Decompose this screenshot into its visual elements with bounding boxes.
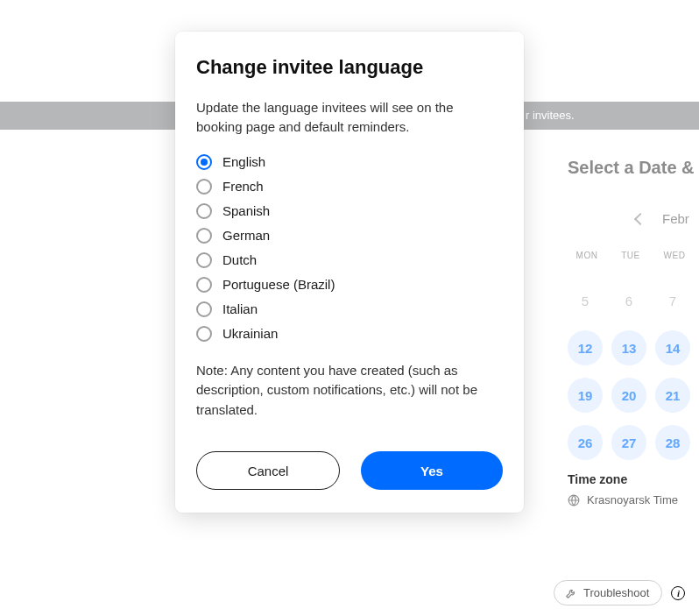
calendar-day: 5 <box>568 283 603 318</box>
cancel-button-label: Cancel <box>248 464 289 478</box>
calendar-day: 6 <box>611 283 646 318</box>
calendar-row: 567 <box>568 283 699 318</box>
timezone-label: Time zone <box>568 472 699 486</box>
calendar-grid: 567121314192021262728 <box>568 283 699 460</box>
language-option-label: German <box>222 228 270 243</box>
language-option-label: French <box>222 179 264 194</box>
radio-icon <box>196 326 212 342</box>
modal-note: Note: Any content you have created (such… <box>196 361 503 421</box>
language-option[interactable]: Italian <box>196 301 503 317</box>
yes-button[interactable]: Yes <box>361 451 503 490</box>
calendar-day[interactable]: 26 <box>568 425 603 460</box>
month-name: Febr <box>662 211 689 226</box>
calendar-row: 121314 <box>568 330 699 365</box>
language-option-label: Italian <box>222 301 258 316</box>
calendar-row: 192021 <box>568 378 699 413</box>
radio-icon <box>196 301 212 317</box>
language-option[interactable]: Dutch <box>196 252 503 268</box>
troubleshoot-label: Troubleshoot <box>583 586 649 599</box>
radio-icon <box>196 277 212 293</box>
radio-icon <box>196 252 212 268</box>
language-option[interactable]: German <box>196 228 503 244</box>
change-language-modal: Change invitee language Update the langu… <box>175 32 524 513</box>
radio-icon <box>196 203 212 219</box>
language-option[interactable]: Spanish <box>196 203 503 219</box>
month-nav: Febr <box>568 211 699 226</box>
calendar-row: 262728 <box>568 425 699 460</box>
globe-icon <box>568 494 580 506</box>
radio-icon <box>196 154 212 170</box>
calendar-day[interactable]: 12 <box>568 330 603 365</box>
calendar-day[interactable]: 14 <box>655 330 690 365</box>
calendar-dow: TUE <box>615 251 646 260</box>
calendar-day[interactable]: 27 <box>611 425 646 460</box>
info-icon[interactable]: i <box>671 586 685 600</box>
language-option-label: Dutch <box>222 252 257 267</box>
calendar-day[interactable]: 20 <box>611 378 646 413</box>
calendar-day[interactable]: 13 <box>611 330 646 365</box>
language-option[interactable]: French <box>196 179 503 195</box>
timezone-value: Krasnoyarsk Time <box>587 493 678 506</box>
language-option-label: Portuguese (Brazil) <box>222 277 335 292</box>
modal-actions: Cancel Yes <box>196 451 503 490</box>
broadcast-banner-text: r invitees. <box>526 109 575 122</box>
troubleshoot-button[interactable]: Troubleshoot <box>554 580 662 605</box>
radio-icon <box>196 179 212 195</box>
timezone-picker[interactable]: Krasnoyarsk Time <box>568 493 699 506</box>
chevron-left-icon[interactable] <box>634 212 646 224</box>
language-option[interactable]: Portuguese (Brazil) <box>196 277 503 293</box>
language-option-label: Ukrainian <box>222 326 278 341</box>
radio-icon <box>196 228 212 244</box>
calendar-day[interactable]: 28 <box>655 425 690 460</box>
calendar-dow: WED <box>659 251 690 260</box>
yes-button-label: Yes <box>420 464 443 478</box>
language-option-label: English <box>222 154 265 169</box>
calendar-day: 7 <box>655 283 690 318</box>
language-option[interactable]: English <box>196 154 503 170</box>
modal-title: Change invitee language <box>196 56 503 79</box>
select-date-heading: Select a Date & T <box>568 158 699 178</box>
modal-description: Update the language invitees will see on… <box>196 98 503 137</box>
calendar-dow-row: MONTUEWED <box>568 251 699 260</box>
cancel-button[interactable]: Cancel <box>196 451 340 490</box>
language-list: EnglishFrenchSpanishGermanDutchPortugues… <box>196 154 503 342</box>
wrench-icon <box>565 587 577 599</box>
calendar-day[interactable]: 19 <box>568 378 603 413</box>
language-option[interactable]: Ukrainian <box>196 326 503 342</box>
troubleshoot-area: Troubleshoot i <box>554 580 685 605</box>
language-option-label: Spanish <box>222 203 270 218</box>
calendar-day[interactable]: 21 <box>655 378 690 413</box>
calendar-dow: MON <box>571 251 603 260</box>
